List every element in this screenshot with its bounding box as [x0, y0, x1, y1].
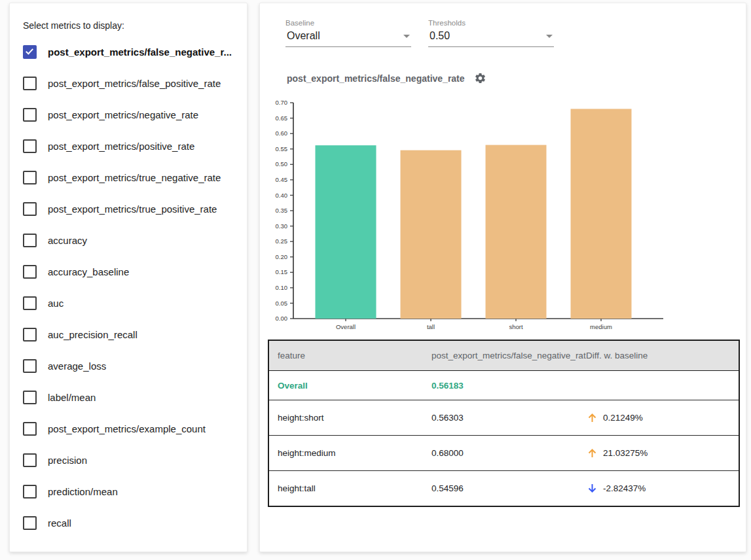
checkbox-unchecked[interactable] — [23, 485, 37, 499]
y-axis-tick-label: 0.15 — [276, 268, 288, 275]
metric-label: auc — [48, 298, 64, 309]
metric-checkbox-item[interactable]: post_export_metrics/positive_rate — [23, 130, 234, 162]
y-axis-tick-label: 0.55 — [276, 145, 288, 152]
checkbox-unchecked[interactable] — [23, 108, 37, 122]
metric-label: accuracy — [48, 235, 87, 246]
checkbox-unchecked[interactable] — [23, 296, 37, 310]
bar-tall[interactable] — [401, 150, 462, 319]
baseline-value[interactable]: Overall — [285, 29, 411, 47]
metric-checkbox-item[interactable]: prediction/mean — [23, 476, 234, 507]
checkbox-unchecked[interactable] — [23, 234, 37, 247]
y-axis-tick-label: 0.35 — [276, 207, 288, 214]
feature-cell: height:short — [268, 400, 431, 436]
metric-label: post_export_metrics/true_positive_rate — [48, 203, 217, 215]
metric-label: post_export_metrics/example_count — [48, 423, 206, 434]
diff-cell — [586, 371, 739, 400]
checkbox-unchecked[interactable] — [23, 516, 37, 530]
bar-short[interactable] — [486, 145, 547, 319]
checkbox-unchecked[interactable] — [23, 391, 37, 404]
metric-label: post_export_metrics/false_negative_r... — [48, 46, 232, 58]
baseline-label: Baseline — [285, 19, 411, 27]
table-row[interactable]: height:short0.563030.21249% — [268, 400, 739, 436]
metric-label: post_export_metrics/true_negative_rate — [48, 172, 221, 183]
metric-value-cell: 0.56183 — [431, 371, 586, 400]
y-axis-tick-label: 0.05 — [276, 300, 288, 307]
metric-checkbox-item[interactable]: post_export_metrics/true_negative_rate — [23, 162, 234, 193]
results-panel: Baseline Overall Thresholds 0.50 post_ex… — [259, 3, 746, 552]
baseline-selected-option: Overall — [287, 30, 320, 41]
checkbox-unchecked[interactable] — [23, 171, 37, 184]
diff-value: 21.03275% — [603, 448, 648, 458]
y-axis-tick-label: 0.50 — [276, 160, 288, 167]
feature-cell: height:tall — [268, 471, 431, 507]
metric-checkbox-item[interactable]: precision — [23, 444, 234, 476]
feature-cell: Overall — [268, 371, 431, 400]
checkbox-unchecked[interactable] — [23, 453, 37, 467]
bar-medium[interactable] — [571, 109, 632, 319]
y-axis-tick-label: 0.60 — [276, 130, 288, 137]
caret-down-icon — [403, 35, 410, 38]
y-axis-tick-label: 0.00 — [276, 315, 288, 322]
checkbox-unchecked[interactable] — [23, 202, 37, 216]
y-axis-tick-label: 0.30 — [276, 222, 288, 230]
bar-chart: 0.000.050.100.150.200.250.300.350.400.45… — [260, 97, 712, 338]
x-axis-label: short — [509, 323, 522, 330]
x-axis-label: tall — [427, 323, 435, 330]
checkbox-unchecked[interactable] — [23, 265, 37, 279]
metric-checkbox-item[interactable]: auc_precision_recall — [23, 319, 234, 350]
metric-checkbox-item[interactable]: post_export_metrics/example_count — [23, 413, 234, 444]
diff-cell: 0.21249% — [586, 400, 739, 436]
metric-value-cell: 0.68000 — [431, 436, 586, 471]
checkbox-unchecked[interactable] — [23, 77, 37, 90]
metric-value-cell: 0.54596 — [431, 471, 586, 507]
bar-overall[interactable] — [316, 145, 376, 319]
y-axis-tick-label: 0.25 — [276, 237, 288, 245]
y-axis-tick-label: 0.40 — [276, 192, 288, 199]
table-row[interactable]: height:medium0.6800021.03275% — [268, 436, 739, 471]
metric-checkbox-item[interactable]: recall — [23, 507, 234, 538]
metric-checkbox-item[interactable]: post_export_metrics/false_positive_rate — [23, 67, 234, 99]
table-row[interactable]: height:tall0.54596-2.82437% — [268, 471, 739, 507]
checkbox-unchecked[interactable] — [23, 139, 37, 153]
x-axis-label: Overall — [336, 323, 356, 330]
arrow-down-icon — [586, 482, 598, 495]
thresholds-selected-option: 0.50 — [430, 30, 450, 41]
checkbox-unchecked[interactable] — [23, 359, 37, 373]
diff-value: -2.82437% — [603, 483, 646, 493]
metric-selector-panel: Select metrics to display: post_export_m… — [9, 3, 247, 552]
metric-checkbox-item[interactable]: post_export_metrics/false_negative_r... — [23, 36, 234, 67]
feature-cell: height:medium — [268, 436, 431, 471]
metrics-list: post_export_metrics/false_negative_r...p… — [23, 36, 234, 538]
checkbox-checked[interactable] — [23, 45, 37, 59]
chart-title: post_export_metrics/false_negative_rate — [287, 73, 465, 84]
table-row[interactable]: Overall0.56183 — [268, 371, 739, 400]
metric-label: label/mean — [48, 392, 96, 403]
checkbox-unchecked[interactable] — [23, 422, 37, 436]
col-header-metric: post_export_metrics/false_negative_rat..… — [431, 340, 586, 371]
checkbox-unchecked[interactable] — [23, 328, 37, 341]
metric-checkbox-item[interactable]: average_loss — [23, 350, 234, 381]
gear-icon[interactable] — [474, 72, 486, 84]
thresholds-value[interactable]: 0.50 — [428, 29, 554, 47]
col-header-feature: feature — [268, 340, 431, 371]
y-axis-tick-label: 0.20 — [276, 253, 288, 260]
diff-cell: -2.82437% — [586, 471, 739, 507]
col-header-diff: Diff. w. baseline — [586, 340, 739, 371]
metric-value-cell: 0.56303 — [431, 400, 586, 436]
baseline-dropdown[interactable]: Baseline Overall — [285, 19, 411, 47]
metric-checkbox-item[interactable]: accuracy_baseline — [23, 256, 234, 287]
thresholds-dropdown[interactable]: Thresholds 0.50 — [428, 19, 554, 47]
metric-checkbox-item[interactable]: label/mean — [23, 381, 234, 413]
metric-checkbox-item[interactable]: accuracy — [23, 224, 234, 256]
table-header-row: feature post_export_metrics/false_negati… — [268, 340, 739, 371]
y-axis-tick-label: 0.45 — [276, 176, 288, 183]
y-axis-tick-label: 0.65 — [276, 114, 288, 122]
arrow-up-icon — [586, 411, 598, 424]
metric-checkbox-item[interactable]: post_export_metrics/true_positive_rate — [23, 193, 234, 224]
metric-label: accuracy_baseline — [48, 266, 129, 277]
metric-label: post_export_metrics/negative_rate — [48, 109, 198, 120]
metric-checkbox-item[interactable]: auc — [23, 287, 234, 319]
metric-checkbox-item[interactable]: post_export_metrics/negative_rate — [23, 99, 234, 130]
metric-label: post_export_metrics/positive_rate — [48, 141, 194, 152]
metric-label: prediction/mean — [48, 486, 118, 497]
